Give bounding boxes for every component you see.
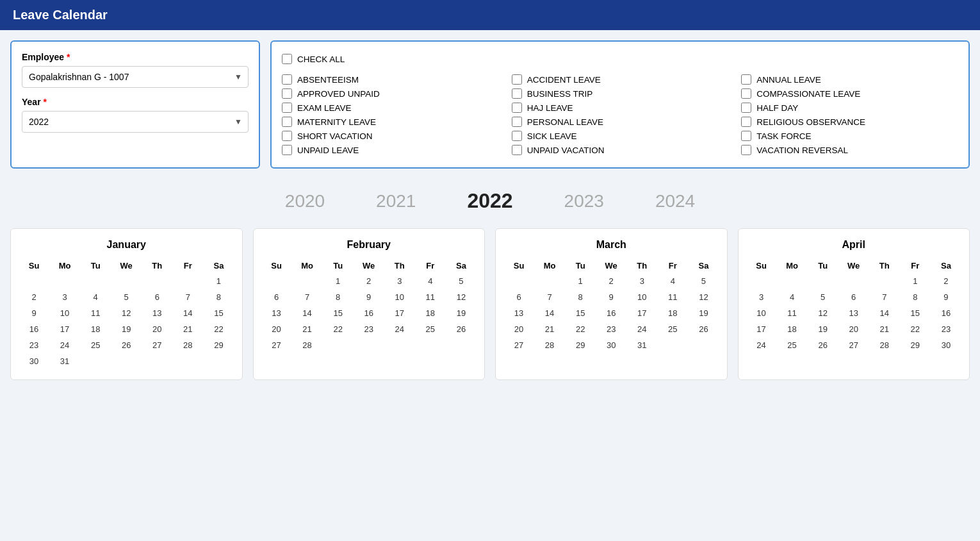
year-select[interactable]: 2020 2021 2022 2023 2024 bbox=[22, 111, 249, 133]
checkbox-haj-leave: HAJ LEAVE bbox=[512, 101, 729, 115]
year-nav-2023[interactable]: 2023 bbox=[564, 191, 604, 212]
checkbox-task-force-input[interactable] bbox=[741, 131, 751, 141]
accident-leave-label[interactable]: ACCIDENT LEAVE bbox=[527, 75, 601, 85]
checkbox-compassionate-leave-input[interactable] bbox=[741, 88, 751, 99]
table-row: 10111213141516 bbox=[746, 305, 962, 321]
personal-leave-label[interactable]: PERSONAL LEAVE bbox=[527, 117, 603, 127]
checkbox-sick-leave-input[interactable] bbox=[512, 131, 522, 141]
dow-mo: Mo bbox=[777, 258, 808, 273]
checkbox-unpaid-leave-input[interactable] bbox=[282, 145, 292, 155]
religious-observance-label[interactable]: RELIGIOUS OBSERVANCE bbox=[756, 117, 865, 127]
task-force-label[interactable]: TASK FORCE bbox=[756, 131, 811, 141]
checkbox-half-day-input[interactable] bbox=[741, 103, 751, 113]
april-title: April bbox=[746, 239, 962, 251]
checkbox-compassionate-leave: COMPASSIONATE LEAVE bbox=[741, 87, 958, 101]
checkbox-religious-observance: RELIGIOUS OBSERVANCE bbox=[741, 115, 958, 129]
table-row: 6789101112 bbox=[261, 289, 477, 305]
table-row: 13141516171819 bbox=[503, 305, 719, 321]
checkbox-exam-leave: EXAM LEAVE bbox=[282, 101, 499, 115]
vacation-reversal-label[interactable]: VACATION REVERSAL bbox=[756, 146, 848, 155]
checkbox-annual-leave: ANNUAL LEAVE bbox=[741, 72, 958, 87]
short-vacation-label[interactable]: SHORT VACATION bbox=[297, 131, 373, 141]
checkbox-annual-leave-input[interactable] bbox=[741, 74, 751, 85]
checkbox-unpaid-vacation-input[interactable] bbox=[512, 145, 522, 155]
absenteeism-label[interactable]: ABSENTEEISM bbox=[297, 75, 359, 85]
checkbox-unpaid-vacation: UNPAID VACATION bbox=[512, 143, 729, 157]
checkbox-accident-leave-input[interactable] bbox=[512, 74, 522, 85]
compassionate-leave-label[interactable]: COMPASSIONATE LEAVE bbox=[756, 89, 860, 99]
dow-mo: Mo bbox=[292, 258, 323, 273]
haj-leave-label[interactable]: HAJ LEAVE bbox=[527, 103, 573, 113]
app-container: Leave Calendar Employee * Gopalakrishnan… bbox=[0, 0, 980, 541]
dow-tu: Tu bbox=[565, 258, 596, 273]
april-table: Su Mo Tu We Th Fr Sa bbox=[746, 258, 962, 353]
approved-unpaid-label[interactable]: APPROVED UNPAID bbox=[297, 89, 380, 99]
calendars-grid: January Su Mo Tu We Th Fr Sa bbox=[10, 228, 970, 390]
maternity-leave-label[interactable]: MATERNITY LEAVE bbox=[297, 117, 376, 127]
checkbox-unpaid-leave: UNPAID LEAVE bbox=[282, 143, 499, 157]
march-table: Su Mo Tu We Th Fr Sa 123 bbox=[503, 258, 719, 353]
checkbox-accident-leave: ACCIDENT LEAVE bbox=[512, 72, 729, 87]
year-required: * bbox=[43, 97, 46, 107]
checkbox-short-vacation-input[interactable] bbox=[282, 131, 292, 141]
dow-su: Su bbox=[19, 258, 49, 273]
table-row: 16171819202122 bbox=[19, 321, 234, 337]
dow-th: Th bbox=[869, 258, 900, 273]
checkbox-half-day: HALF DAY bbox=[741, 101, 958, 115]
dow-we: We bbox=[354, 258, 384, 273]
january-table: Su Mo Tu We Th Fr Sa bbox=[19, 258, 234, 369]
dow-sa: Sa bbox=[446, 258, 477, 273]
top-section: Employee * Gopalakrishnan G - 1007 ▼ Yea… bbox=[10, 40, 970, 169]
dow-tu: Tu bbox=[808, 258, 838, 273]
employee-select[interactable]: Gopalakrishnan G - 1007 bbox=[22, 66, 249, 88]
dow-fr: Fr bbox=[900, 258, 931, 273]
check-all-label[interactable]: CHECK ALL bbox=[297, 54, 345, 64]
checkbox-approved-unpaid-input[interactable] bbox=[282, 88, 292, 99]
dow-th: Th bbox=[626, 258, 657, 273]
table-row: 17181920212223 bbox=[746, 321, 962, 337]
checkbox-personal-leave-input[interactable] bbox=[512, 117, 522, 127]
year-navigation: 2020 2021 2022 2023 2024 bbox=[10, 179, 970, 228]
leave-types-panel: CHECK ALL ABSENTEEISM APPROVED UNPAID bbox=[270, 40, 970, 169]
checkbox-vacation-reversal-input[interactable] bbox=[741, 145, 751, 155]
employee-select-wrapper: Gopalakrishnan G - 1007 ▼ bbox=[22, 66, 249, 88]
dow-we: We bbox=[838, 258, 869, 273]
col3: ANNUAL LEAVE COMPASSIONATE LEAVE HALF DA… bbox=[741, 72, 958, 157]
checkbox-business-trip-input[interactable] bbox=[512, 88, 522, 99]
february-title: February bbox=[261, 239, 477, 251]
year-nav-2021[interactable]: 2021 bbox=[376, 191, 416, 212]
unpaid-vacation-label[interactable]: UNPAID VACATION bbox=[527, 146, 605, 155]
checkbox-business-trip: BUSINESS TRIP bbox=[512, 87, 729, 101]
checkbox-maternity-leave: MATERNITY LEAVE bbox=[282, 115, 499, 129]
checkbox-absenteeism: ABSENTEEISM bbox=[282, 72, 499, 87]
table-row: 20212223242526 bbox=[261, 321, 477, 337]
table-row: 23242526272829 bbox=[19, 337, 234, 353]
dow-su: Su bbox=[261, 258, 292, 273]
checkbox-exam-leave-input[interactable] bbox=[282, 103, 292, 113]
annual-leave-label[interactable]: ANNUAL LEAVE bbox=[756, 75, 821, 85]
checkbox-haj-leave-input[interactable] bbox=[512, 103, 522, 113]
checkbox-maternity-leave-input[interactable] bbox=[282, 117, 292, 127]
check-all-checkbox[interactable] bbox=[282, 54, 292, 64]
checkbox-sick-leave: SICK LEAVE bbox=[512, 129, 729, 143]
checkbox-absenteeism-input[interactable] bbox=[282, 74, 292, 85]
checkbox-religious-observance-input[interactable] bbox=[741, 117, 751, 127]
sick-leave-label[interactable]: SICK LEAVE bbox=[527, 131, 577, 141]
dow-su: Su bbox=[746, 258, 777, 273]
year-nav-2020[interactable]: 2020 bbox=[285, 191, 325, 212]
business-trip-label[interactable]: BUSINESS TRIP bbox=[527, 89, 593, 99]
calendar-april: April Su Mo Tu We Th Fr Sa bbox=[738, 228, 970, 380]
unpaid-leave-label[interactable]: UNPAID LEAVE bbox=[297, 146, 359, 155]
dow-we: We bbox=[111, 258, 142, 273]
exam-leave-label[interactable]: EXAM LEAVE bbox=[297, 103, 352, 113]
table-row: 13141516171819 bbox=[261, 305, 477, 321]
february-table: Su Mo Tu We Th Fr Sa 123 bbox=[261, 258, 477, 353]
main-content: Employee * Gopalakrishnan G - 1007 ▼ Yea… bbox=[0, 30, 980, 401]
half-day-label[interactable]: HALF DAY bbox=[756, 103, 798, 113]
dow-tu: Tu bbox=[323, 258, 354, 273]
table-row: 2728293031 bbox=[503, 337, 719, 353]
march-title: March bbox=[503, 239, 719, 251]
year-nav-2024[interactable]: 2024 bbox=[655, 191, 695, 212]
year-nav-2022[interactable]: 2022 bbox=[467, 189, 512, 213]
dow-sa: Sa bbox=[688, 258, 719, 273]
